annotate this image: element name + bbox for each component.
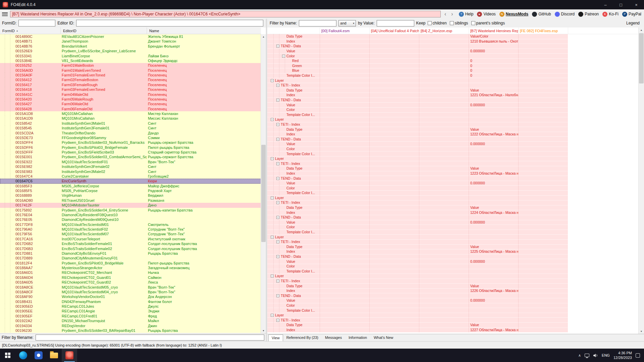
record-row[interactable]: 00156417Farm03FemaleRoughПоселенец [0,82,261,87]
menu-icon[interactable] [2,12,8,16]
collapse-icon[interactable]: − [271,275,274,278]
tree-row[interactable]: Color [267,225,638,230]
tab-referenced-by-23-[interactable]: Referenced By (23) [283,334,322,341]
tree-row[interactable]: −TEND - Data [267,254,638,259]
collapse-icon[interactable]: − [276,45,279,48]
collapse-icon[interactable]: − [276,201,279,204]
record-row[interactable]: 0016AD80RETravelJS01GruelРазмазня [0,198,261,203]
tree-row[interactable]: Data TypeValue [267,284,638,289]
record-row[interactable]: 001905EDRECampLC01JulesДжулс [0,304,261,309]
tree-row[interactable]: −TEND - Data [267,137,638,142]
record-row[interactable]: 00156412Farm02FemaleBostonПоселенец [0,77,261,82]
tree-row[interactable]: Value0.000000 [267,220,638,225]
record-row[interactable]: 0018AF90WorkshopVendorDoctor01Док Андерс… [0,294,261,299]
collapse-icon[interactable]: − [276,162,279,165]
record-row[interactable]: 00175892Prydwen_EncBoSSoldier04_EntrySce… [0,208,261,213]
collapse-icon[interactable]: − [276,319,279,322]
record-row[interactable]: 001922A2DN150_MichaelTournquistМайкл [0,318,261,323]
tree-row[interactable]: Index1226 Области/Лица - Маска на ... [267,289,638,294]
record-row[interactable]: 0017D6B2EncBoSTraitsSoldierFemale01Солда… [0,241,261,246]
record-row[interactable]: 0015CD2ATheaterDrifterDandoДандо [0,131,261,135]
scroll-down-icon[interactable]: ▼ [261,328,266,333]
tree-row[interactable]: −TEND - Data [267,293,638,298]
tree-row[interactable]: Index1221 Области/Лица - Налобная ... [267,93,638,98]
tree-row[interactable]: −TETI - Index [267,318,638,323]
record-row[interactable]: 0015641CFarm04MaleOldПоселенец [0,92,261,97]
record-row[interactable]: 00148B71JanetThompsonДжанет Томпсон [0,39,261,44]
breadcrumb[interactable]: [B7] Wasteland Heroines Replacer All in … [10,11,441,17]
tree-row[interactable]: −Layer [267,274,638,279]
clock[interactable]: 4:36 PM12/28/2023 [613,351,632,360]
plugin-column-header[interactable]: [FE 082] FO4Fixes.esp [518,27,568,34]
tree-row[interactable]: Blue0 [267,68,638,73]
forward-icon[interactable]: › [450,11,454,17]
record-row[interactable]: 0015E983InstituteSynthGen3Male02Синт [0,169,261,174]
taskbar-app-icon[interactable] [31,349,46,362]
collapse-icon[interactable]: − [271,236,274,239]
tree-row[interactable]: −TETI - Index [267,122,638,127]
toolbar-link-patreon[interactable]: Patreon [578,12,599,17]
tab-what-s-new[interactable]: What's New [370,334,396,341]
tree-row[interactable]: Value0.000000 [267,298,638,303]
plugin-column-header[interactable]: [0A] Unofficial Fallout 4 Patch.esp [369,27,419,34]
toolbar-link-videos[interactable]: ▸Videos [477,12,495,17]
plugin-column-header[interactable]: [B7] Wasteland Heroines Replacer... [469,27,518,34]
tree-row[interactable]: −Layer [267,196,638,201]
tab-view[interactable]: View [268,335,283,341]
plugin-column-header[interactable]: [B4] Z_Horizon.esp [419,27,469,34]
record-row[interactable]: 001685F3MS05_JefferiesCorpseМайор Джеффр… [0,184,261,188]
record-row[interactable]: 0018A8CEMQ101VaultTecScientistM05_cryoВр… [0,285,261,290]
tree-row[interactable]: −Layer [267,313,638,318]
tree-row[interactable]: Index1210 Въевшаяся пыль - Охотна... [267,39,638,44]
taskbar-fo4edit-icon[interactable] [62,349,77,362]
collapse-icon[interactable]: − [276,177,279,180]
record-row[interactable]: 00196230Prydwen_EncBoSSoldier03_BARepair… [0,328,261,333]
tree-row[interactable]: Data TypeValue [267,323,638,328]
record-row[interactable]: 00158545InstituteSynthGen3Female01Синт [0,126,261,130]
collapse-icon[interactable]: − [276,294,279,297]
checkbox-children[interactable]: children [428,21,447,25]
tree-row[interactable]: Index1224 Области/Лица - Маска на у... [267,210,638,215]
record-row[interactable]: 0017CA16Inst307CourserTeleportИнститутск… [0,237,261,241]
legend-link[interactable]: Legend [626,21,642,25]
minimize-button[interactable]: – [598,0,613,9]
tree-row[interactable]: −TETI - Index [267,279,638,284]
collapse-icon[interactable]: − [271,314,274,317]
record-row[interactable]: 0015DFF6Prydwen_EncBoSPilot03_BridgeFema… [0,145,261,150]
scroll-up-icon[interactable]: ▲ [639,27,644,33]
tree-row[interactable]: −Layer [267,235,638,240]
tree-row[interactable]: Index1223 Области/Лица - Маска на ... [267,171,638,176]
filter-by-name-input[interactable] [299,20,336,26]
record-row[interactable]: 00156428Farm06FemaleOldПоселенец [0,107,261,111]
editorid-input[interactable] [76,20,263,26]
tree-row[interactable]: Template Color I... [267,113,638,118]
record-row[interactable]: 0015DFFFPrydwen_EncBoSFieldScribe03Старш… [0,150,261,155]
collapse-icon[interactable]: − [276,123,279,126]
tree-row[interactable]: −TEND - Data [267,98,638,103]
record-row[interactable]: 0018B431DN042FenwayPhantomФантом болот [0,299,261,304]
toolbar-link-discord[interactable]: Discord [555,12,575,17]
scroll-up-icon[interactable]: ▲ [261,34,266,39]
tree-row[interactable]: Index1225 Области/Лица - Маска на ... [267,249,638,254]
record-row[interactable]: 001796A0MQ101VaultTecScientistF02Сотрудн… [0,227,261,232]
record-row[interactable]: 00168889VirgilHumanВерджил [0,193,261,198]
formid-input[interactable] [18,20,55,26]
checkbox-parent-s-siblings[interactable]: parent's siblings [471,21,505,25]
tree-row[interactable]: Color [267,147,638,152]
tree-row[interactable]: Template Color I... [267,152,638,157]
record-row[interactable]: 00156A0FFarm01FemaleEvenTonedПоселенец [0,73,261,77]
record-row[interactable]: 0015E922MQ101VaultTecScientistF01Врач "В… [0,160,261,164]
tree-row[interactable]: −TEND - Data [267,176,638,181]
plugin-column-header[interactable]: [00] Fallout4.esm [320,27,369,34]
tree-row[interactable]: −TETI - Index [267,161,638,166]
record-row[interactable]: 00153341LiamBinetCorpseЛайам Бинэ [0,54,261,58]
record-row[interactable]: 00158542InstituteSynthGen3Male01Синт [0,121,261,126]
record-row[interactable]: 0017D881DiamondCityBoSEnvoyF01Рыцарь Бра… [0,251,261,256]
tree-row[interactable]: Template Color I...0 [267,73,638,78]
collapse-icon[interactable]: − [276,240,279,243]
close-button[interactable]: × [629,0,644,9]
column-header-formid[interactable]: FormID▲ [0,27,60,34]
tree-row[interactable]: Data TypeValue [267,127,638,132]
record-row[interactable]: 00156420Farm05MaleRoughПоселенец [0,97,261,102]
record-row[interactable]: 0015A1D8MQ101MrCallahanМистер Каллахан [0,111,261,116]
